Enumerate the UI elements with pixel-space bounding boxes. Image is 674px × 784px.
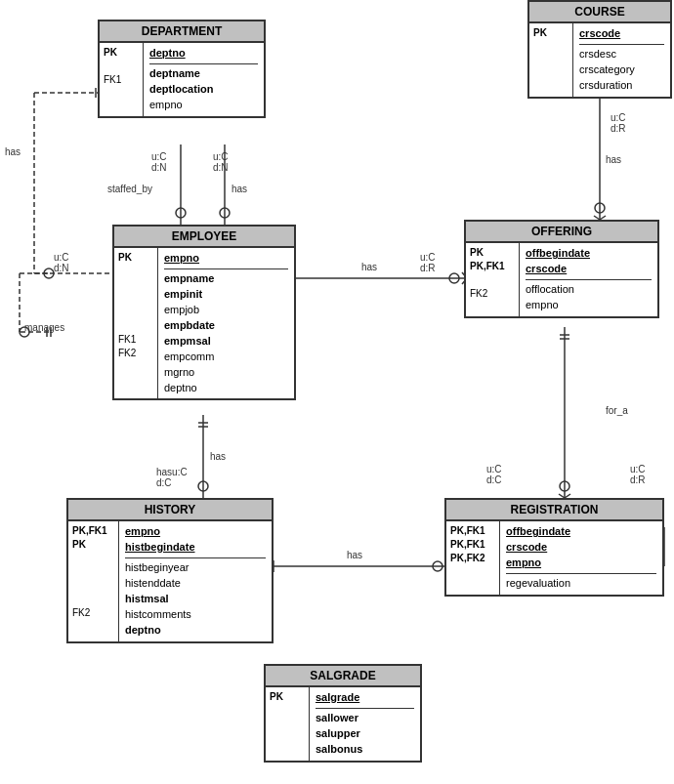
history-spacer2	[72, 565, 114, 579]
label-has-course: has	[606, 154, 621, 165]
sal-attr-salgrade: salgrade	[316, 690, 414, 706]
entity-history: HISTORY PK,FK1 PK FK2 empno histbegindat…	[66, 498, 274, 643]
svg-point-28	[560, 481, 569, 491]
course-attr-crsduration: crsduration	[579, 78, 664, 94]
dept-attr-deptname: deptname	[149, 66, 258, 82]
reg-pkfk1-label2: PK,FK1	[450, 538, 495, 552]
dept-attr-deptno: deptno	[149, 46, 258, 62]
history-fk2-label: FK2	[72, 606, 114, 620]
emp-spacer2	[118, 278, 153, 292]
svg-point-17	[449, 273, 459, 283]
uc-dr-course: u:Cd:R	[611, 112, 626, 134]
reg-attr-crscode: crscode	[506, 540, 656, 556]
course-pk-label: PK	[533, 26, 569, 40]
reg-pkfk1-label1: PK,FK1	[450, 524, 495, 538]
emp-attr-deptno: deptno	[164, 381, 288, 396]
dept-attr-deptlocation: deptlocation	[149, 82, 258, 98]
offering-attr-offlocation: offlocation	[526, 282, 652, 298]
sal-spacer	[270, 704, 305, 718]
emp-spacer1	[118, 265, 153, 278]
uc-dc-reg-left: u:Cd:C	[486, 464, 502, 485]
entity-department: DEPARTMENT PK FK1 deptno deptname deptlo…	[98, 20, 266, 118]
label-for-a: for_a	[606, 405, 628, 416]
entity-course: COURSE PK crscode crsdesc crscategory cr…	[527, 0, 672, 99]
label-has-emp-history: has	[210, 451, 226, 462]
entity-employee: EMPLOYEE PK FK1 FK2 empno empname empini…	[112, 225, 296, 400]
offering-attr-offbegindate: offbegindate	[526, 246, 652, 262]
uc-dr-reg-right: u:Cd:R	[630, 464, 646, 485]
history-attr-histbeginyear: histbeginyear	[125, 560, 266, 576]
course-attr-crscode: crscode	[579, 26, 664, 42]
entity-salgrade: SALGRADE PK salgrade sallower salupper s…	[264, 664, 422, 763]
emp-spacer5	[118, 319, 153, 333]
entity-offering: OFFERING PK PK,FK1 FK2 offbegindate crsc…	[464, 220, 659, 318]
history-pk-label: PK	[72, 538, 114, 552]
svg-point-1	[176, 208, 186, 218]
offering-pk-fk1-label: PK,FK1	[470, 260, 515, 273]
reg-attr-offbegindate: offbegindate	[506, 524, 656, 540]
sal-pk-label: PK	[270, 690, 305, 704]
uc-dn-dept-left: u:Cd:N	[151, 151, 167, 173]
emp-attr-empcomm: empcomm	[164, 350, 288, 365]
history-attr-empno: empno	[125, 524, 266, 540]
emp-attr-empbdate: empbdate	[164, 318, 288, 334]
history-attr-histmsal: histmsal	[125, 592, 266, 607]
emp-attr-empno: empno	[164, 251, 288, 267]
entity-department-title: DEPARTMENT	[100, 21, 264, 43]
entity-salgrade-title: SALGRADE	[266, 666, 420, 687]
dept-pk-spacer	[104, 60, 139, 73]
emp-attr-empinit: empinit	[164, 287, 288, 303]
offering-fk2-label: FK2	[470, 287, 515, 301]
emp-spacer4	[118, 306, 153, 319]
svg-point-34	[198, 481, 208, 491]
entity-history-title: HISTORY	[68, 500, 272, 521]
entity-registration-title: REGISTRATION	[446, 500, 662, 521]
emp-attr-empjob: empjob	[164, 303, 288, 318]
dept-fk1-label: FK1	[104, 73, 139, 87]
emp-fk1-label: FK1	[118, 333, 153, 347]
course-spacer	[533, 40, 569, 54]
history-spacer1	[72, 552, 114, 565]
sal-attr-salbonus: salbonus	[316, 742, 414, 758]
history-attr-histbegindate: histbegindate	[125, 540, 266, 556]
uc-dc-history: hasu:Cd:C	[156, 467, 188, 488]
reg-attr-empno: empno	[506, 556, 656, 571]
history-attr-histenddate: histenddate	[125, 576, 266, 592]
course-attr-crsdesc: crsdesc	[579, 47, 664, 62]
entity-employee-title: EMPLOYEE	[114, 227, 294, 248]
entity-registration: REGISTRATION PK,FK1 PK,FK1 PK,FK2 offbeg…	[444, 498, 664, 597]
emp-fk2-label: FK2	[118, 347, 153, 360]
offering-pk-label1: PK	[470, 246, 515, 260]
sal-attr-salupper: salupper	[316, 726, 414, 742]
history-spacer4	[72, 593, 114, 606]
reg-pkfk2-label: PK,FK2	[450, 552, 495, 565]
offering-spacer	[470, 273, 515, 287]
reg-attr-regevaluation: regevaluation	[506, 576, 656, 592]
dept-attr-empno: empno	[149, 98, 258, 113]
entity-course-title: COURSE	[529, 2, 670, 23]
label-has-top: has	[5, 146, 21, 157]
dept-pk-label: PK	[104, 46, 139, 60]
emp-attr-mgrno: mgrno	[164, 365, 288, 381]
uc-dn-left: u:Cd:N	[54, 252, 69, 273]
svg-point-37	[433, 561, 442, 571]
label-staffed-by: staffed_by	[107, 184, 152, 194]
history-spacer3	[72, 579, 114, 593]
course-attr-crscategory: crscategory	[579, 62, 664, 78]
label-has-history-reg: has	[347, 550, 362, 560]
svg-point-3	[220, 208, 230, 218]
offering-attr-crscode: crscode	[526, 262, 652, 277]
reg-spacer	[450, 565, 495, 579]
history-pkfk1-label: PK,FK1	[72, 524, 114, 538]
emp-attr-empmsal: empmsal	[164, 334, 288, 350]
emp-spacer3	[118, 292, 153, 306]
history-attr-deptno: deptno	[125, 623, 266, 639]
erd-diagram: staffed_by has has manages has has for_a…	[0, 0, 674, 784]
uc-dr-offering: u:Cd:R	[420, 252, 436, 273]
svg-point-22	[595, 203, 605, 213]
offering-attr-empno: empno	[526, 298, 652, 313]
history-attr-histcomments: histcomments	[125, 607, 266, 623]
label-has-dept: has	[232, 184, 247, 194]
label-has-emp-offering: has	[361, 262, 377, 272]
entity-offering-title: OFFERING	[466, 222, 657, 243]
